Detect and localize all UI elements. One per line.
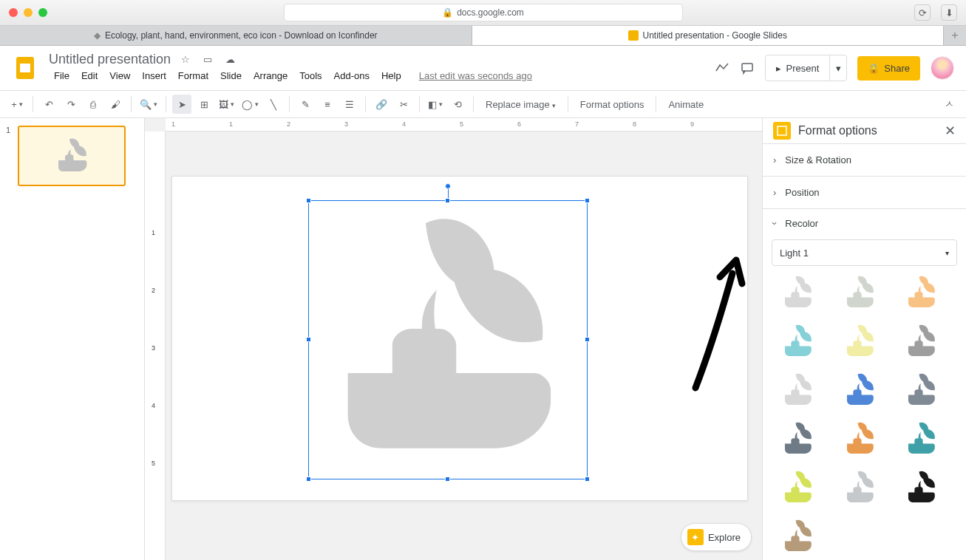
resize-handle-ne[interactable] [585,198,590,203]
slides-logo-icon[interactable] [12,55,38,81]
recolor-swatch[interactable] [772,319,826,365]
menu-view[interactable]: View [104,67,135,84]
image-tool[interactable]: 🖼 [217,95,237,114]
menu-edit[interactable]: Edit [76,67,103,84]
fill-color-button[interactable]: ✎ [296,95,315,114]
recolor-section-header[interactable]: › Recolor [763,209,966,238]
explore-button[interactable]: ✦ Explore [681,523,752,551]
maximize-window-icon[interactable] [38,8,47,17]
move-icon[interactable]: ▭ [200,52,215,67]
reload-icon[interactable]: ⟳ [914,4,931,21]
border-color-button[interactable]: ≡ [318,95,337,114]
resize-handle-sw[interactable] [306,477,311,482]
recolor-swatch[interactable] [834,417,888,462]
link-button[interactable]: 🔗 [372,95,391,114]
tab-label: Ecology, plant, hand, environment, eco i… [105,30,378,41]
menu-file[interactable]: File [49,67,75,84]
cloud-status-icon[interactable]: ☁ [222,52,237,67]
star-icon[interactable]: ☆ [178,52,193,67]
resize-handle-w[interactable] [306,337,311,342]
browser-tab-slides[interactable]: Untitled presentation - Google Slides [472,26,945,45]
recolor-swatch[interactable] [772,465,826,511]
recolor-swatch[interactable] [772,368,826,414]
close-panel-icon[interactable]: ✕ [945,123,956,139]
slide-1[interactable] [171,176,748,501]
recolor-swatch[interactable] [834,319,888,365]
menu-help[interactable]: Help [376,67,407,84]
rotation-handle[interactable] [445,183,451,189]
zoom-button[interactable]: 🔍 [137,95,160,114]
present-button[interactable]: ▸ Present [766,55,830,81]
format-options-panel: Format options ✕ › Size & Rotation › Pos… [762,118,966,560]
account-avatar[interactable] [931,56,954,80]
recolor-dropdown[interactable]: Light 1 ▾ [772,239,957,266]
download-icon[interactable]: ⬇ [941,4,957,21]
menu-format[interactable]: Format [173,67,214,84]
recolor-swatch[interactable] [772,270,826,316]
new-tab-button[interactable]: + [944,26,966,45]
last-edit-link[interactable]: Last edit was seconds ago [414,67,537,84]
window-controls [9,8,47,17]
comments-icon[interactable] [740,61,755,75]
menu-tools[interactable]: Tools [294,67,327,84]
recolor-swatch[interactable] [895,368,950,414]
replace-image-button[interactable]: Replace image [480,99,562,110]
menu-bar: File Edit View Insert Format Slide Arran… [49,67,704,84]
share-label: Share [884,63,910,74]
redo-button[interactable]: ↷ [61,95,81,114]
new-slide-button[interactable]: + [7,95,27,114]
recolor-swatch[interactable] [834,270,888,316]
shape-tool[interactable]: ◯ [239,95,261,114]
reset-image-button[interactable]: ⟲ [448,95,467,114]
resize-handle-e[interactable] [585,337,590,342]
slide-thumbnail-1[interactable] [18,126,126,186]
line-tool[interactable]: ╲ [264,95,283,114]
size-rotation-section[interactable]: › Size & Rotation [763,144,966,177]
close-window-icon[interactable] [9,8,18,17]
format-options-button[interactable]: Format options [574,99,650,110]
menu-insert[interactable]: Insert [137,67,171,84]
menu-addons[interactable]: Add-ons [329,67,375,84]
resize-handle-nw[interactable] [306,198,311,203]
select-tool[interactable]: ➤ [172,95,191,114]
recolor-swatch-grid [772,270,957,551]
mask-button[interactable]: ◧ [426,95,445,114]
minimize-window-icon[interactable] [24,8,33,17]
resize-handle-se[interactable] [585,477,590,482]
recolor-swatch[interactable] [772,514,826,551]
browser-tab-strip: ◆ Ecology, plant, hand, environment, eco… [0,26,966,46]
textbox-tool[interactable]: ⊞ [194,95,214,114]
present-dropdown[interactable]: ▾ [830,63,846,74]
border-weight-button[interactable]: ☰ [340,95,359,114]
browser-tab-iconfinder[interactable]: ◆ Ecology, plant, hand, environment, eco… [0,26,472,45]
position-section[interactable]: › Position [763,177,966,209]
recolor-swatch[interactable] [895,319,950,365]
crop-button[interactable]: ✂ [394,95,413,114]
undo-button[interactable]: ↶ [39,95,58,114]
animate-button[interactable]: Animate [662,99,710,110]
recolor-swatch[interactable] [834,368,888,414]
recolor-swatch[interactable] [895,417,950,462]
tab-label: Untitled presentation - Google Slides [643,30,787,41]
menu-arrange[interactable]: Arrange [248,67,293,84]
share-button[interactable]: 🔒 Share [857,56,920,81]
recolor-swatch[interactable] [772,417,826,462]
recolor-swatch[interactable] [895,465,950,511]
menu-slide[interactable]: Slide [215,67,247,84]
print-button[interactable]: ⎙ [84,95,103,114]
recolor-swatch[interactable] [834,465,888,511]
recolor-swatch[interactable] [895,270,950,316]
vertical-ruler: 1 2 3 4 5 [145,132,166,560]
slide-canvas[interactable]: 1 1 2 3 4 5 6 7 8 9 1 2 3 4 5 [145,118,762,560]
resize-handle-s[interactable] [445,477,450,482]
address-bar[interactable]: 🔒 docs.google.com [284,4,683,21]
explore-icon: ✦ [687,529,704,545]
selected-image[interactable] [308,200,588,479]
svg-rect-1 [20,64,30,72]
resize-handle-n[interactable] [445,198,450,203]
doc-title[interactable]: Untitled presentation [49,52,171,67]
paint-format-button[interactable]: 🖌 [106,95,125,114]
activity-icon[interactable] [715,61,729,75]
collapse-toolbar-icon[interactable]: ㅅ [939,95,959,114]
play-icon: ▸ [776,63,781,74]
